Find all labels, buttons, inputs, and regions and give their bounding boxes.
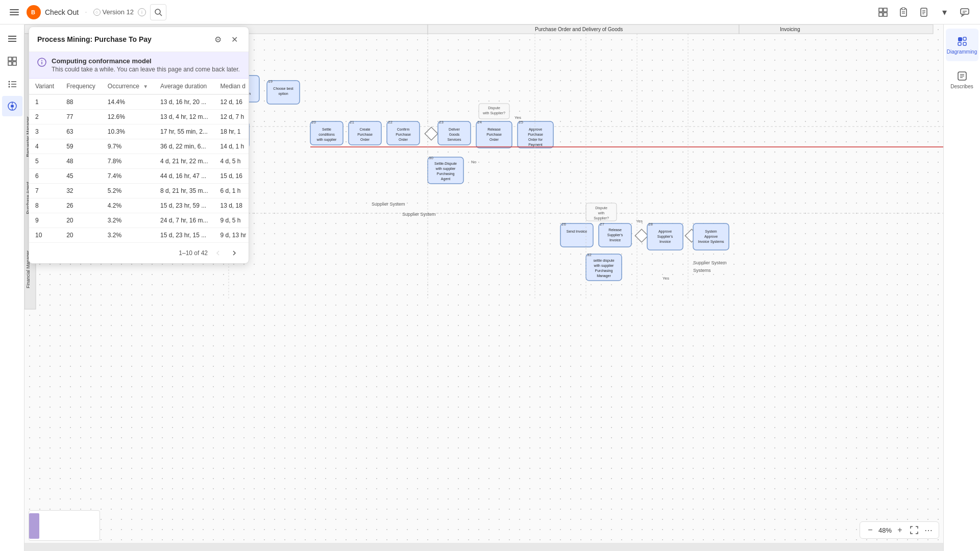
info-icon[interactable]: i <box>138 8 146 16</box>
sidebar-item-menu[interactable] <box>2 29 22 49</box>
svg-text:Purchasing: Purchasing <box>595 269 612 273</box>
version-info: ○ Version 12 <box>93 8 134 16</box>
svg-line-6 <box>160 14 162 16</box>
svg-text:Order: Order <box>399 138 408 141</box>
cell-occurrence: 12.6% <box>102 110 154 124</box>
table-row[interactable]: 4 59 9.7% 36 d, 22 min, 6... 14 d, 1 h <box>29 139 249 154</box>
svg-rect-25 <box>8 57 12 61</box>
svg-rect-23 <box>8 38 16 39</box>
cell-median-duration: 14 d, 1 h <box>214 139 249 154</box>
next-page-button[interactable] <box>228 247 240 259</box>
col-frequency[interactable]: Frequency <box>60 79 102 94</box>
table-row[interactable]: 7 32 5.2% 8 d, 21 hr, 35 m... 6 d, 1 h <box>29 184 249 198</box>
table-row[interactable]: 6 45 7.4% 44 d, 16 hr, 47 ... 15 d, 16 <box>29 169 249 184</box>
svg-text:Invoice: Invoice <box>659 240 671 243</box>
prev-page-button[interactable] <box>212 247 224 259</box>
svg-text:Yes: Yes <box>636 219 643 223</box>
svg-rect-186 <box>963 37 966 40</box>
grid-icon[interactable] <box>874 3 892 21</box>
col-median-duration[interactable]: Median d <box>214 79 249 94</box>
cell-variant: 1 <box>29 94 60 110</box>
document-icon[interactable] <box>915 3 933 21</box>
clipboard-icon[interactable] <box>894 3 913 21</box>
svg-rect-28 <box>13 62 16 65</box>
cell-occurrence: 5.2% <box>102 184 154 198</box>
horizontal-scrollbar[interactable] <box>24 543 943 551</box>
cell-variant: 5 <box>29 154 60 169</box>
cell-variant: 4 <box>29 139 60 154</box>
zoom-in-button[interactable]: + <box>894 524 906 536</box>
svg-rect-43 <box>739 24 933 34</box>
svg-text:Yes: Yes <box>663 276 669 281</box>
svg-text:Yes: Yes <box>514 115 521 120</box>
svg-text:Supplier's: Supplier's <box>657 235 673 239</box>
svg-text:25: 25 <box>519 120 523 124</box>
col-variant[interactable]: Variant <box>29 79 60 94</box>
cell-occurrence: 14.4% <box>102 94 154 110</box>
svg-point-29 <box>8 81 10 83</box>
svg-text:settle dispute: settle dispute <box>593 259 614 263</box>
cell-occurrence: 7.8% <box>102 154 154 169</box>
comment-icon[interactable] <box>955 3 974 21</box>
panel-header: Process Mining: Purchase To Pay ⚙ ✕ <box>29 27 249 52</box>
svg-rect-173 <box>693 223 729 250</box>
cell-avg-duration: 44 d, 16 hr, 47 ... <box>154 169 214 184</box>
svg-text:Purchase: Purchase <box>528 133 543 136</box>
col-occurrence[interactable]: Occurrence ▼ <box>102 79 154 94</box>
cell-median-duration: 12 d, 16 <box>214 94 249 110</box>
panel-close-button[interactable]: ✕ <box>228 33 240 45</box>
svg-text:with supplier: with supplier <box>435 167 456 171</box>
cell-avg-duration: 13 d, 16 hr, 20 ... <box>154 94 214 110</box>
cell-occurrence: 3.2% <box>102 228 154 243</box>
conformance-text: Computing conformance model This could t… <box>52 57 240 73</box>
cell-variant: 9 <box>29 213 60 228</box>
svg-text:24: 24 <box>477 120 482 124</box>
svg-text:Deliver: Deliver <box>449 128 460 131</box>
svg-text:Invoicing: Invoicing <box>780 27 800 32</box>
svg-rect-80 <box>267 81 300 104</box>
table-row[interactable]: 10 20 3.2% 15 d, 23 hr, 15 ... 9 d, 13 h… <box>29 228 249 243</box>
cell-occurrence: 4.2% <box>102 198 154 213</box>
sort-icon: ▼ <box>143 84 148 89</box>
zoom-controls: − 48% + ⋯ <box>860 521 939 539</box>
conformance-title: Computing conformance model <box>52 57 240 65</box>
svg-rect-106 <box>349 121 381 145</box>
table-row[interactable]: 2 77 12.6% 13 d, 4 hr, 12 m... 12 d, 7 h <box>29 110 249 124</box>
sidebar-item-process-mining[interactable] <box>2 96 22 116</box>
fit-screen-button[interactable] <box>908 524 920 536</box>
sidebar-item-describes[interactable]: Describes <box>946 63 978 96</box>
more-options-button[interactable]: ⋯ <box>922 524 935 536</box>
cell-avg-duration: 17 hr, 55 min, 2... <box>154 124 214 139</box>
table-row[interactable]: 1 88 14.4% 13 d, 16 hr, 20 ... 12 d, 16 <box>29 94 249 110</box>
panel-settings-button[interactable]: ⚙ <box>212 33 224 45</box>
col-avg-duration[interactable]: Average duration <box>154 79 214 94</box>
hamburger-menu[interactable] <box>6 4 22 20</box>
right-sidebar: Diagramming Describes <box>943 24 980 551</box>
cell-median-duration: 18 hr, 1 <box>214 124 249 139</box>
svg-text:30: 30 <box>429 156 433 160</box>
table-row[interactable]: 5 48 7.8% 4 d, 21 hr, 22 m... 4 d, 5 h <box>29 154 249 169</box>
table-row[interactable]: 3 63 10.3% 17 hr, 55 min, 2... 18 hr, 1 <box>29 124 249 139</box>
svg-text:Supplier System: Supplier System <box>693 260 727 265</box>
sidebar-item-diagramming[interactable]: Diagramming <box>946 29 978 61</box>
cell-median-duration: 15 d, 16 <box>214 169 249 184</box>
left-sidebar <box>0 24 24 551</box>
svg-text:Release: Release <box>487 128 501 131</box>
svg-text:26: 26 <box>561 222 566 227</box>
cell-occurrence: 7.4% <box>102 169 154 184</box>
dropdown-arrow-icon[interactable]: ▾ <box>935 3 953 21</box>
svg-rect-1 <box>10 12 19 13</box>
search-button[interactable] <box>150 4 166 20</box>
sidebar-item-grid[interactable] <box>2 51 22 71</box>
table-row[interactable]: 8 26 4.2% 15 d, 23 hr, 59 ... 13 d, 18 <box>29 198 249 213</box>
svg-text:28: 28 <box>648 222 653 227</box>
table-body: 1 88 14.4% 13 d, 16 hr, 20 ... 12 d, 16 … <box>29 94 249 243</box>
svg-text:Supplier's: Supplier's <box>607 233 623 237</box>
sidebar-item-list[interactable] <box>2 73 22 94</box>
table-row[interactable]: 9 20 3.2% 24 d, 7 hr, 16 m... 9 d, 5 h <box>29 213 249 228</box>
svg-text:with supplier: with supplier <box>594 264 615 268</box>
title-separator: · <box>85 8 87 17</box>
zoom-out-button[interactable]: − <box>864 524 876 536</box>
svg-text:Approve: Approve <box>704 235 718 239</box>
process-mining-panel: Process Mining: Purchase To Pay ⚙ ✕ Comp… <box>29 27 249 264</box>
